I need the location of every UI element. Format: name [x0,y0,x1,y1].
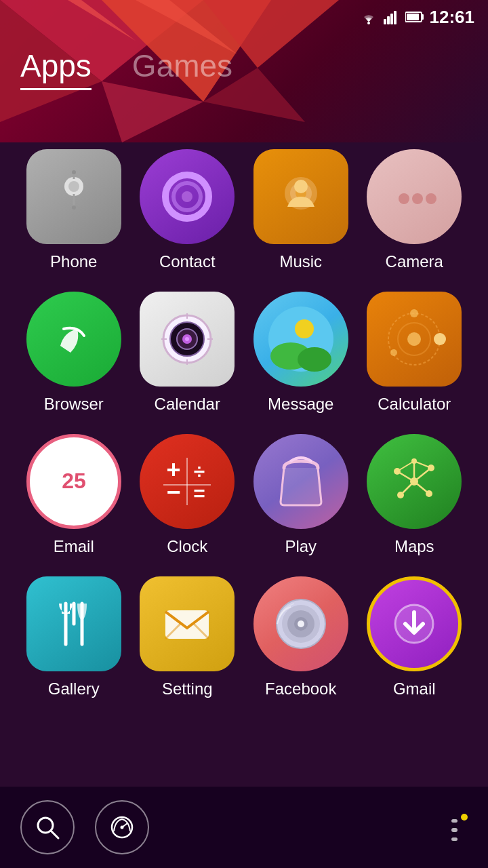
contact-icon [140,149,235,244]
svg-point-49 [410,309,418,317]
calendar-icon [140,292,235,387]
facebook-icon [253,576,348,671]
tab-apps[interactable]: Apps [20,47,92,90]
svg-point-44 [298,347,331,372]
browser-label: Browser [44,395,104,414]
svg-point-86 [121,826,124,829]
dashboard-button[interactable] [95,800,149,854]
app-phone[interactable]: Phone [20,149,127,271]
message-icon [253,292,348,387]
app-play[interactable]: Play [247,434,354,556]
svg-line-70 [414,461,431,468]
tab-bar: Apps Games [20,47,232,90]
calculator-icon [367,292,462,387]
app-message[interactable]: Message [247,292,354,414]
svg-rect-12 [394,11,396,24]
svg-line-65 [414,468,431,481]
apps-grid: Phone Contact Music [0,136,488,712]
svg-point-21 [72,205,76,210]
bottom-bar [0,787,488,868]
svg-point-30 [412,193,423,204]
tab-games[interactable]: Games [132,47,232,90]
svg-line-67 [414,481,429,494]
maps-icon [367,434,462,529]
svg-line-66 [401,481,414,495]
app-gmail[interactable]: Gmail [361,576,468,698]
svg-rect-11 [390,14,393,24]
play-icon [253,434,348,529]
app-music[interactable]: Music [247,149,354,271]
svg-text:÷: ÷ [194,460,205,482]
app-contact[interactable]: Contact [134,149,241,271]
svg-point-31 [426,193,436,204]
calendar-label: Calendar [155,395,220,414]
svg-point-17 [68,181,79,192]
email-label: Email [54,537,94,556]
gmail-label: Gmail [393,679,436,698]
phone-icon [26,149,121,244]
app-maps[interactable]: Maps [361,434,468,556]
status-bar: 12:61 [0,0,488,34]
svg-point-48 [434,333,446,345]
camera-icon [367,149,462,244]
svg-rect-14 [422,14,424,20]
app-calendar[interactable]: Calendar [134,292,241,414]
signal-icon [384,9,400,24]
gallery-label: Gallery [48,679,100,698]
svg-point-50 [390,349,397,356]
app-camera[interactable]: Camera [361,149,468,271]
app-browser[interactable]: Browser [20,292,127,414]
status-time: 12:61 [430,7,475,28]
svg-point-47 [407,332,421,346]
svg-line-69 [397,461,414,471]
svg-point-29 [399,193,409,204]
svg-text:25: 25 [62,469,86,493]
wifi-icon [359,9,378,24]
svg-line-83 [51,831,58,838]
gallery-icon [26,576,121,671]
search-button[interactable] [20,800,75,854]
clock-icon: + ÷ − = [140,434,235,529]
svg-rect-15 [407,14,419,20]
app-gallery[interactable]: Gallery [20,576,127,698]
svg-point-19 [72,170,76,174]
more-options-button[interactable] [441,814,468,841]
svg-point-24 [182,191,192,202]
browser-icon [26,292,121,387]
maps-label: Maps [394,537,434,556]
app-facebook[interactable]: Facebook [247,576,354,698]
play-label: Play [285,537,317,556]
camera-label: Camera [386,252,443,271]
svg-point-79 [298,620,304,627]
clock-label: Clock [167,537,207,556]
contact-label: Contact [159,252,216,271]
battery-icon [405,11,424,23]
svg-point-42 [295,319,314,338]
email-icon-bg: 25 [26,434,121,529]
app-setting[interactable]: Setting [134,576,241,698]
calculator-label: Calculator [378,395,451,414]
svg-point-8 [367,22,370,24]
app-email[interactable]: 25 Email [20,434,127,556]
svg-text:−: − [167,478,181,506]
gmail-icon [367,576,462,671]
svg-marker-4 [102,81,203,142]
music-icon [253,149,348,244]
svg-rect-9 [384,19,386,24]
app-clock[interactable]: + ÷ − = Clock [134,434,241,556]
setting-icon [140,576,235,671]
setting-label: Setting [162,679,213,698]
svg-rect-74 [165,610,209,639]
music-label: Music [279,252,322,271]
svg-point-36 [185,337,189,341]
phone-label: Phone [50,252,97,271]
svg-point-28 [294,180,308,193]
svg-rect-10 [387,16,390,24]
status-icons: 12:61 [359,7,475,28]
svg-line-64 [397,471,414,481]
message-label: Message [268,395,333,414]
facebook-label: Facebook [265,679,336,698]
app-calculator[interactable]: Calculator [361,292,468,414]
